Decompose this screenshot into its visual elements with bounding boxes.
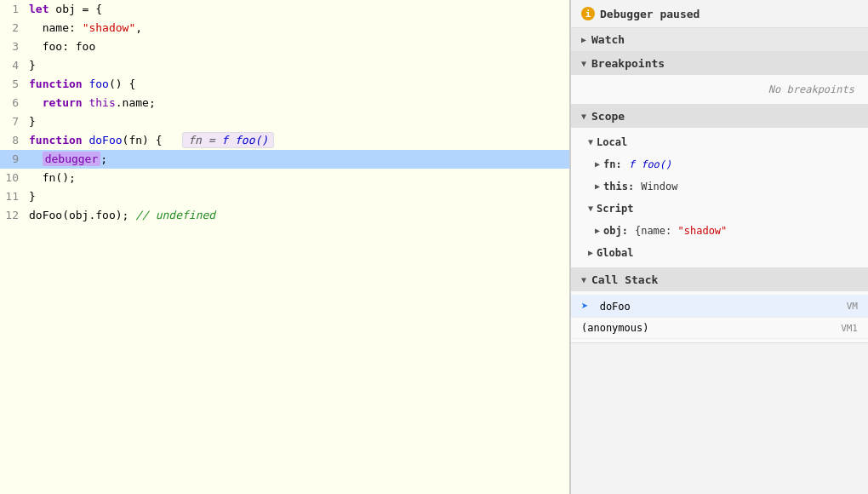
code-line-11: 11 } [0,187,569,206]
this-value: Window [641,178,677,195]
breakpoints-section-header[interactable]: ▼ Breakpoints [571,52,868,75]
scope-section: ▼ Scope ▼ Local ▶ fn: f foo() ▶ this: Wi… [571,105,868,268]
script-label: Script [597,200,633,217]
watch-section-header[interactable]: ▶ Watch [571,28,868,51]
code-lines: 1 let obj = { 2 name: "shadow", 3 foo: f… [0,0,569,225]
fn-value: f foo() [629,156,672,173]
scope-item-this[interactable]: ▶ this: Window [571,175,868,198]
scope-section-header[interactable]: ▼ Scope [571,105,868,128]
code-line-10: 10 fn(); [0,169,569,187]
obj-label: obj: [603,222,628,239]
active-callstack-arrow-icon: ➤ [581,299,588,313]
code-line-2: 2 name: "shadow", [0,19,569,37]
callstack-dofoo-name: doFoo [600,301,631,313]
code-line-6: 6 return this.name; [0,94,569,112]
debugger-status-text: Debugger paused [600,8,700,20]
code-editor: 1 let obj = { 2 name: "shadow", 3 foo: f… [0,0,570,494]
callstack-item-anonymous[interactable]: (anonymous) VM1 [571,318,868,339]
callstack-section-header[interactable]: ▼ Call Stack [571,268,868,291]
global-label: Global [597,244,633,261]
local-scope-header[interactable]: ▼ Local [571,131,868,153]
this-label: this: [603,178,634,195]
scope-item-obj[interactable]: ▶ obj: {name: "shadow" [571,220,868,242]
breakpoints-section: ▼ Breakpoints No breakpoints [571,52,868,105]
callstack-triangle-icon: ▼ [581,275,586,284]
code-line-9: 9 debugger; [0,150,569,169]
callstack-item-dofoo[interactable]: ➤ doFoo VM [571,295,868,318]
script-triangle-icon: ▼ [588,200,593,217]
fn-label: fn: [603,156,622,173]
scope-triangle-icon: ▼ [581,112,586,121]
callstack-item-dofoo-content: ➤ doFoo [581,299,631,313]
code-line-8: 8 function doFoo(fn) { fn = f foo() [0,131,569,150]
global-scope-header[interactable]: ▶ Global [571,242,868,264]
debugger-status-header: i Debugger paused [571,0,868,28]
watch-label: Watch [591,33,625,46]
this-triangle-icon: ▶ [595,178,600,195]
global-triangle-icon: ▶ [588,244,593,261]
script-scope-header[interactable]: ▼ Script [571,198,868,220]
debug-panel: i Debugger paused ▶ Watch ▼ Breakpoints … [570,0,868,494]
code-line-4: 4 } [0,56,569,75]
code-line-3: 3 foo: foo [0,37,569,56]
breakpoints-triangle-icon: ▼ [581,59,586,68]
breakpoints-content: No breakpoints [571,75,868,104]
info-icon: i [581,7,595,20]
scope-label: Scope [591,110,625,123]
no-breakpoints-text: No breakpoints [571,78,868,101]
callstack-anonymous-loc: VM1 [841,323,858,334]
watch-triangle-icon: ▶ [581,35,586,44]
breakpoints-label: Breakpoints [591,57,665,70]
callstack-content: ➤ doFoo VM (anonymous) VM1 [571,291,868,342]
code-line-12: 12 doFoo(obj.foo); // undefined [0,206,569,225]
scope-content: ▼ Local ▶ fn: f foo() ▶ this: Window ▼ S… [571,128,868,267]
callstack-anonymous-name: (anonymous) [581,322,648,334]
callstack-label: Call Stack [591,273,658,286]
code-line-5: 5 function foo() { [0,75,569,94]
fn-triangle-icon: ▶ [595,156,600,173]
scope-item-fn[interactable]: ▶ fn: f foo() [571,153,868,175]
local-triangle-icon: ▼ [588,134,593,151]
local-label: Local [597,134,627,151]
callstack-dofoo-loc: VM [847,301,858,312]
code-line-7: 7 } [0,112,569,131]
obj-triangle-icon: ▶ [595,222,600,239]
callstack-section: ▼ Call Stack ➤ doFoo VM (anonymous) VM1 [571,268,868,343]
obj-value: {name: "shadow" [635,222,727,239]
watch-section: ▶ Watch [571,28,868,52]
code-line-1: 1 let obj = { [0,0,569,19]
